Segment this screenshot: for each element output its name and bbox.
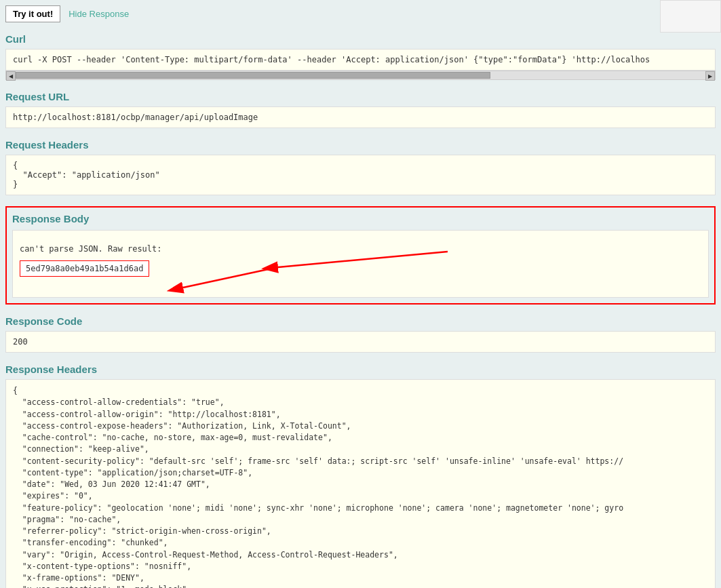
curl-section: Curl curl -X POST --header 'Content-Type… bbox=[5, 33, 716, 80]
response-body-title: Response Body bbox=[12, 213, 709, 224]
curl-command: curl -X POST --header 'Content-Type: mul… bbox=[5, 49, 716, 71]
response-code-value: 200 bbox=[5, 331, 716, 353]
request-url-title: Request URL bbox=[5, 91, 716, 102]
page-wrapper: Try it out! Hide Response Curl curl -X P… bbox=[0, 0, 721, 588]
top-right-box bbox=[660, 0, 721, 33]
request-url-value: http://localhost:8181/ocbp/manager/api/u… bbox=[5, 106, 716, 128]
response-raw-value: 5ed79a8a0eb49a1b54a1d6ad bbox=[20, 260, 149, 277]
response-headers-title: Response Headers bbox=[5, 364, 716, 375]
response-body-content: can't parse JSON. Raw result: 5ed79a8a0e… bbox=[12, 230, 709, 298]
hide-response-link[interactable]: Hide Response bbox=[69, 9, 129, 19]
try-it-out-button[interactable]: Try it out! bbox=[5, 5, 60, 22]
response-code-title: Response Code bbox=[5, 315, 716, 327]
curl-scroll-thumb[interactable] bbox=[16, 72, 490, 79]
response-body-section: Response Body can't parse JSON. Raw resu… bbox=[5, 206, 716, 305]
response-headers-section: Response Headers { "access-control-allow… bbox=[5, 364, 716, 588]
curl-title: Curl bbox=[5, 33, 716, 45]
request-headers-value: { "Accept": "application/json" } bbox=[5, 155, 716, 195]
request-headers-title: Request Headers bbox=[5, 139, 716, 151]
curl-scroll-right[interactable]: ▶ bbox=[705, 71, 715, 81]
request-headers-section: Request Headers { "Accept": "application… bbox=[5, 139, 716, 195]
response-code-section: Response Code 200 bbox=[5, 315, 716, 353]
curl-scrollbar[interactable]: ◀ ▶ bbox=[5, 71, 716, 80]
cant-parse-text: can't parse JSON. Raw result: bbox=[20, 244, 162, 254]
curl-scroll-left[interactable]: ◀ bbox=[6, 71, 16, 81]
top-bar: Try it out! Hide Response bbox=[5, 5, 716, 22]
response-headers-value: { "access-control-allow-credentials": "t… bbox=[5, 379, 716, 588]
request-url-section: Request URL http://localhost:8181/ocbp/m… bbox=[5, 91, 716, 128]
